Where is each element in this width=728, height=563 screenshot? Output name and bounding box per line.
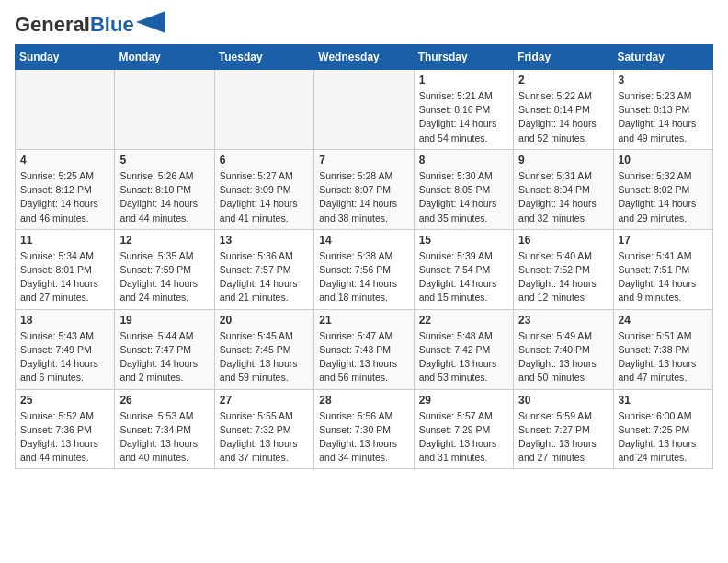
day-number: 29 — [419, 394, 508, 407]
day-number: 14 — [319, 234, 408, 247]
calendar-cell: 3Sunrise: 5:23 AMSunset: 8:13 PMDaylight… — [613, 70, 712, 150]
day-number: 6 — [220, 154, 309, 167]
day-number: 27 — [220, 394, 309, 407]
calendar-cell: 22Sunrise: 5:48 AMSunset: 7:42 PMDayligh… — [414, 309, 513, 389]
logo-text: GeneralBlue — [15, 15, 134, 35]
day-detail: Sunrise: 5:28 AMSunset: 8:07 PMDaylight:… — [319, 169, 408, 225]
calendar-cell: 6Sunrise: 5:27 AMSunset: 8:09 PMDaylight… — [214, 149, 313, 229]
day-number: 31 — [619, 394, 708, 407]
day-number: 26 — [119, 394, 209, 407]
day-of-week-header: Saturday — [613, 45, 712, 70]
day-number: 12 — [119, 234, 209, 247]
calendar-cell: 31Sunrise: 6:00 AMSunset: 7:25 PMDayligh… — [613, 389, 712, 469]
calendar-cell — [314, 70, 414, 150]
calendar-cell: 26Sunrise: 5:53 AMSunset: 7:34 PMDayligh… — [115, 389, 214, 469]
day-number: 9 — [518, 154, 608, 167]
calendar-cell: 21Sunrise: 5:47 AMSunset: 7:43 PMDayligh… — [314, 309, 414, 389]
day-number: 7 — [319, 154, 408, 167]
day-number: 28 — [319, 394, 408, 407]
day-detail: Sunrise: 5:49 AMSunset: 7:40 PMDaylight:… — [518, 329, 608, 385]
day-detail: Sunrise: 5:22 AMSunset: 8:14 PMDaylight:… — [518, 89, 608, 145]
day-detail: Sunrise: 5:25 AMSunset: 8:12 PMDaylight:… — [20, 169, 109, 225]
calendar-cell: 9Sunrise: 5:31 AMSunset: 8:04 PMDaylight… — [514, 149, 613, 229]
svg-marker-0 — [136, 11, 165, 33]
calendar-week-row: 1Sunrise: 5:21 AMSunset: 8:16 PMDaylight… — [16, 70, 713, 150]
day-detail: Sunrise: 5:53 AMSunset: 7:34 PMDaylight:… — [119, 409, 209, 465]
calendar-week-row: 4Sunrise: 5:25 AMSunset: 8:12 PMDaylight… — [16, 149, 713, 229]
calendar-cell: 28Sunrise: 5:56 AMSunset: 7:30 PMDayligh… — [314, 389, 414, 469]
calendar-week-row: 18Sunrise: 5:43 AMSunset: 7:49 PMDayligh… — [16, 309, 713, 389]
day-number: 23 — [518, 314, 608, 327]
calendar-cell — [115, 70, 214, 150]
day-number: 18 — [20, 314, 109, 327]
day-number: 25 — [20, 394, 109, 407]
day-number: 19 — [119, 314, 209, 327]
day-detail: Sunrise: 5:56 AMSunset: 7:30 PMDaylight:… — [319, 409, 408, 465]
day-number: 10 — [619, 154, 708, 167]
day-number: 22 — [419, 314, 508, 327]
day-number: 8 — [419, 154, 508, 167]
calendar-cell: 25Sunrise: 5:52 AMSunset: 7:36 PMDayligh… — [16, 389, 115, 469]
calendar-cell: 7Sunrise: 5:28 AMSunset: 8:07 PMDaylight… — [314, 149, 414, 229]
day-number: 15 — [419, 234, 508, 247]
calendar-cell: 19Sunrise: 5:44 AMSunset: 7:47 PMDayligh… — [115, 309, 214, 389]
day-number: 30 — [518, 394, 608, 407]
day-detail: Sunrise: 5:59 AMSunset: 7:27 PMDaylight:… — [518, 409, 608, 465]
calendar-header: SundayMondayTuesdayWednesdayThursdayFrid… — [16, 45, 713, 70]
day-detail: Sunrise: 5:52 AMSunset: 7:36 PMDaylight:… — [20, 409, 109, 465]
calendar-cell: 4Sunrise: 5:25 AMSunset: 8:12 PMDaylight… — [16, 149, 115, 229]
day-detail: Sunrise: 5:34 AMSunset: 8:01 PMDaylight:… — [20, 249, 109, 305]
day-of-week-header: Wednesday — [314, 45, 414, 70]
calendar-cell: 18Sunrise: 5:43 AMSunset: 7:49 PMDayligh… — [16, 309, 115, 389]
day-number: 11 — [20, 234, 109, 247]
logo-icon — [136, 11, 165, 33]
calendar-cell — [214, 70, 313, 150]
day-detail: Sunrise: 5:38 AMSunset: 7:56 PMDaylight:… — [319, 249, 408, 305]
day-detail: Sunrise: 5:43 AMSunset: 7:49 PMDaylight:… — [20, 329, 109, 385]
calendar-cell: 15Sunrise: 5:39 AMSunset: 7:54 PMDayligh… — [414, 229, 513, 309]
day-of-week-header: Thursday — [414, 45, 513, 70]
day-number: 2 — [518, 74, 608, 86]
day-detail: Sunrise: 5:21 AMSunset: 8:16 PMDaylight:… — [419, 89, 508, 145]
day-detail: Sunrise: 5:47 AMSunset: 7:43 PMDaylight:… — [319, 329, 408, 385]
calendar-cell: 11Sunrise: 5:34 AMSunset: 8:01 PMDayligh… — [16, 229, 115, 309]
day-detail: Sunrise: 5:30 AMSunset: 8:05 PMDaylight:… — [419, 169, 508, 225]
day-of-week-header: Tuesday — [214, 45, 313, 70]
day-detail: Sunrise: 6:00 AMSunset: 7:25 PMDaylight:… — [619, 409, 708, 465]
day-of-week-header: Monday — [115, 45, 214, 70]
calendar-cell: 5Sunrise: 5:26 AMSunset: 8:10 PMDaylight… — [115, 149, 214, 229]
day-detail: Sunrise: 5:32 AMSunset: 8:02 PMDaylight:… — [619, 169, 708, 225]
calendar-week-row: 25Sunrise: 5:52 AMSunset: 7:36 PMDayligh… — [16, 389, 713, 469]
day-number: 16 — [518, 234, 608, 247]
day-detail: Sunrise: 5:36 AMSunset: 7:57 PMDaylight:… — [220, 249, 309, 305]
calendar-cell: 17Sunrise: 5:41 AMSunset: 7:51 PMDayligh… — [613, 229, 712, 309]
day-detail: Sunrise: 5:55 AMSunset: 7:32 PMDaylight:… — [220, 409, 309, 465]
calendar-cell: 14Sunrise: 5:38 AMSunset: 7:56 PMDayligh… — [314, 229, 414, 309]
day-detail: Sunrise: 5:41 AMSunset: 7:51 PMDaylight:… — [619, 249, 708, 305]
calendar-cell: 1Sunrise: 5:21 AMSunset: 8:16 PMDaylight… — [414, 70, 513, 150]
day-detail: Sunrise: 5:27 AMSunset: 8:09 PMDaylight:… — [220, 169, 309, 225]
day-of-week-header: Friday — [514, 45, 613, 70]
calendar-cell — [16, 70, 115, 150]
calendar-cell: 8Sunrise: 5:30 AMSunset: 8:05 PMDaylight… — [414, 149, 513, 229]
calendar-cell: 29Sunrise: 5:57 AMSunset: 7:29 PMDayligh… — [414, 389, 513, 469]
day-number: 4 — [20, 154, 109, 167]
calendar-cell: 27Sunrise: 5:55 AMSunset: 7:32 PMDayligh… — [214, 389, 313, 469]
day-detail: Sunrise: 5:40 AMSunset: 7:52 PMDaylight:… — [518, 249, 608, 305]
calendar-cell: 20Sunrise: 5:45 AMSunset: 7:45 PMDayligh… — [214, 309, 313, 389]
calendar-cell: 30Sunrise: 5:59 AMSunset: 7:27 PMDayligh… — [514, 389, 613, 469]
day-detail: Sunrise: 5:26 AMSunset: 8:10 PMDaylight:… — [119, 169, 209, 225]
day-number: 24 — [619, 314, 708, 327]
calendar-cell: 16Sunrise: 5:40 AMSunset: 7:52 PMDayligh… — [514, 229, 613, 309]
day-detail: Sunrise: 5:48 AMSunset: 7:42 PMDaylight:… — [419, 329, 508, 385]
calendar-cell: 12Sunrise: 5:35 AMSunset: 7:59 PMDayligh… — [115, 229, 214, 309]
day-detail: Sunrise: 5:45 AMSunset: 7:45 PMDaylight:… — [220, 329, 309, 385]
calendar-cell: 13Sunrise: 5:36 AMSunset: 7:57 PMDayligh… — [214, 229, 313, 309]
logo: GeneralBlue — [15, 15, 165, 35]
day-number: 20 — [220, 314, 309, 327]
day-number: 3 — [619, 74, 708, 86]
day-detail: Sunrise: 5:57 AMSunset: 7:29 PMDaylight:… — [419, 409, 508, 465]
calendar-week-row: 11Sunrise: 5:34 AMSunset: 8:01 PMDayligh… — [16, 229, 713, 309]
day-detail: Sunrise: 5:44 AMSunset: 7:47 PMDaylight:… — [119, 329, 209, 385]
page-header: GeneralBlue — [15, 15, 713, 35]
